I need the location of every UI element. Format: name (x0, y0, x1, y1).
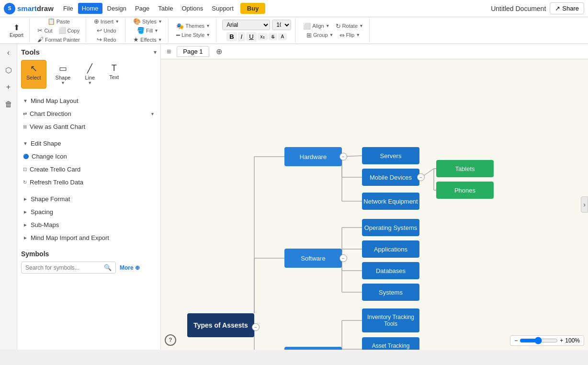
flip-button[interactable]: ⇔ Flip ▼ (338, 31, 362, 39)
cut-button[interactable]: ✂ Cut (35, 26, 54, 34)
operating-systems-node[interactable]: Operating Systems (362, 219, 419, 236)
zoom-in-btn[interactable]: + (560, 337, 563, 344)
menu-support[interactable]: Support (208, 3, 237, 14)
tablets-node[interactable]: Tablets (436, 160, 494, 177)
inventory-tracking-node[interactable]: Inventory Tracking Tools (362, 308, 419, 332)
text-label: Text (109, 74, 119, 80)
share-button[interactable]: ↗ Share (550, 2, 584, 14)
add-page-button[interactable]: ⊕ (213, 46, 225, 57)
select-tool[interactable]: ↖ Select (21, 60, 46, 89)
symbols-search-input[interactable] (25, 264, 102, 271)
select-label: Select (26, 75, 41, 80)
databases-node[interactable]: Databases (362, 262, 419, 279)
systems-node[interactable]: Systems (362, 284, 419, 301)
menu-bar: File Home Design Page Table Options Supp… (59, 3, 265, 14)
line-tool[interactable]: ╱ Line ▼ (79, 60, 100, 89)
mind-map-layout-section[interactable]: ▼ Mind Map Layout (21, 94, 157, 107)
change-icon-section[interactable]: 🔵 Change Icon (21, 150, 157, 163)
create-trello-section[interactable]: ⊡ Create Trello Card (21, 163, 157, 176)
copy-button[interactable]: ⬜ Copy (57, 26, 82, 34)
symbols-title: Symbols (21, 250, 157, 258)
add-icon[interactable]: + (2, 80, 15, 94)
strikethrough-button[interactable]: S̶ (269, 33, 277, 40)
spacing-section[interactable]: ► Spacing (21, 205, 157, 218)
redo-button[interactable]: ↪ Redo (95, 35, 118, 44)
sub-maps-section[interactable]: ► Sub-Maps (21, 218, 157, 231)
symbols-search-box: 🔍 (21, 262, 116, 274)
menu-file[interactable]: File (59, 3, 77, 14)
font-size-select[interactable]: 10 (272, 20, 291, 30)
hardware-collapse-btn[interactable]: − (339, 153, 347, 160)
phones-node[interactable]: Phones (436, 182, 494, 199)
italic-button[interactable]: I (238, 32, 246, 41)
paste-icon: 📋 (47, 18, 55, 25)
monitoring-tools-node[interactable]: Monitoring Tools (284, 347, 342, 350)
menu-page[interactable]: Page (131, 3, 153, 14)
applications-node[interactable]: Applications (362, 240, 419, 258)
import-export-arrow: ► (23, 235, 28, 240)
font-select[interactable]: Arial (222, 20, 270, 30)
font-group: Arial 10 B I U x₂ S̶ A (218, 18, 295, 43)
format-painter-button[interactable]: 🖌 Format Painter (35, 35, 82, 44)
mobile-collapse-btn[interactable]: − (417, 173, 425, 181)
select-icon: ↖ (30, 63, 37, 74)
spacing-label: Spacing (31, 208, 53, 216)
group-button[interactable]: ⊞ Group ▼ (305, 31, 336, 39)
chart-direction-section[interactable]: ⇄ Chart Direction ▼ (21, 107, 157, 120)
asset-tracking-node[interactable]: Asset Tracking Software (362, 337, 419, 350)
underline-button[interactable]: U (246, 32, 256, 41)
insert-button[interactable]: ⊕ Insert ▼ (92, 17, 121, 25)
servers-node[interactable]: Servers (362, 147, 419, 164)
font-color-button[interactable]: A (278, 33, 287, 40)
styles-button[interactable]: 🎨 Styles ▼ (131, 17, 164, 25)
export-button[interactable]: ⬆ Export (8, 22, 25, 39)
edit-shape-label: Edit Shape (31, 140, 61, 147)
menu-home[interactable]: Home (78, 3, 102, 14)
mind-map-layout-arrow: ▼ (23, 98, 28, 103)
effects-button[interactable]: ★ Effects ▼ (131, 35, 164, 44)
styles-group: 🎨 Styles ▼ 🪣 Fill ▼ ★ Effects ▼ (127, 18, 169, 43)
hardware-node[interactable]: Hardware (284, 147, 342, 166)
buy-button[interactable]: Buy (240, 3, 266, 14)
undo-button[interactable]: ↩ Undo (95, 26, 118, 34)
search-icon[interactable]: 🔍 (104, 264, 112, 271)
bold-button[interactable]: B (226, 32, 237, 41)
software-collapse-btn[interactable]: − (339, 254, 347, 262)
menu-table[interactable]: Table (154, 3, 177, 14)
refresh-trello-section[interactable]: ↻ Refresh Trello Data (21, 176, 157, 189)
mobile-devices-node[interactable]: Mobile Devices (362, 169, 419, 186)
share-icon: ↗ (555, 5, 560, 12)
diagram-canvas[interactable]: Types of Assests − Hardware − Servers Mo… (161, 59, 588, 350)
themes-button[interactable]: 🎭 Themes ▼ (174, 22, 212, 30)
right-panel-toggle[interactable]: › (581, 196, 588, 213)
view-as-gantt-section[interactable]: ⊞ View as Gantt Chart (21, 120, 157, 133)
zoom-out-btn[interactable]: − (514, 337, 518, 344)
page-tab[interactable]: Page 1 (177, 46, 209, 57)
import-export-section[interactable]: ► Mind Map Import and Export (21, 231, 157, 244)
nav-back-icon[interactable]: ‹ (2, 46, 15, 59)
menu-options[interactable]: Options (178, 3, 207, 14)
root-node[interactable]: Types of Assests (187, 313, 254, 337)
shape-format-section[interactable]: ► Shape Format (21, 193, 157, 205)
zoom-slider[interactable] (520, 337, 558, 344)
software-node[interactable]: Software (284, 249, 342, 268)
subscript-button[interactable]: x₂ (258, 33, 268, 40)
help-icon[interactable]: ? (165, 334, 176, 346)
shape-tool[interactable]: ▭ Shape ▼ (50, 60, 76, 89)
trash-icon[interactable]: 🗑 (2, 98, 15, 111)
root-collapse-btn[interactable]: − (252, 323, 260, 331)
line-style-button[interactable]: ━ Line Style ▼ (174, 31, 212, 39)
themes-icon: 🎭 (176, 23, 184, 30)
text-tool[interactable]: T Text (104, 60, 124, 89)
align-button[interactable]: ⬜ Align ▼ (301, 22, 331, 30)
rotate-button[interactable]: ↻ Rotate ▼ (334, 22, 365, 30)
more-link[interactable]: More ⊕ (120, 264, 140, 271)
nav-left-arrow[interactable]: ≡ (165, 46, 173, 57)
edit-shape-section[interactable]: ▼ Edit Shape (21, 137, 157, 150)
menu-design[interactable]: Design (103, 3, 130, 14)
fill-button[interactable]: 🪣 Fill ▼ (135, 26, 160, 34)
network-equipment-node[interactable]: Network Equipment (362, 193, 419, 210)
shapes-icon[interactable]: ⬡ (2, 63, 15, 77)
tools-chevron[interactable]: ▾ (154, 49, 157, 56)
paste-button[interactable]: 📋 Paste (45, 17, 72, 25)
